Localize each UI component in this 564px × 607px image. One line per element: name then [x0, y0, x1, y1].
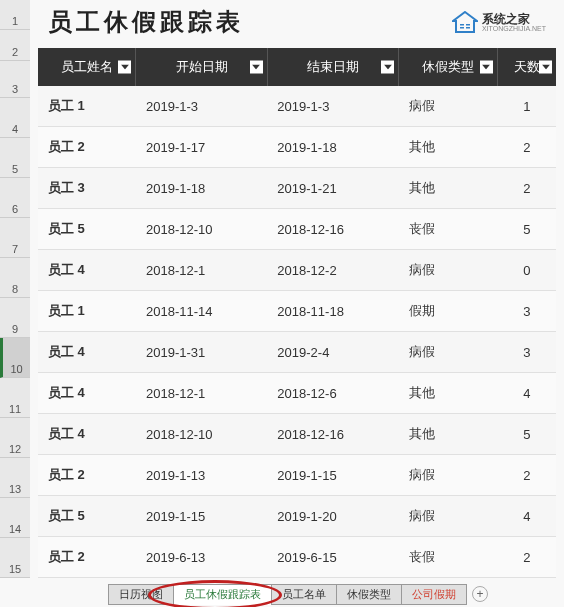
cell-days[interactable]: 1	[497, 86, 556, 127]
row-header-12[interactable]: 12	[0, 418, 30, 458]
sheet-tab[interactable]: 员工名单	[271, 584, 337, 605]
cell-days[interactable]: 3	[497, 332, 556, 373]
cell-name[interactable]: 员工 4	[38, 414, 136, 455]
cell-days[interactable]: 4	[497, 373, 556, 414]
cell-end[interactable]: 2019-1-20	[267, 496, 398, 537]
cell-end[interactable]: 2019-1-3	[267, 86, 398, 127]
row-header-13[interactable]: 13	[0, 458, 30, 498]
filter-dropdown-icon[interactable]	[539, 61, 552, 74]
row-header-1[interactable]: 1	[0, 0, 30, 30]
row-header-11[interactable]: 11	[0, 378, 30, 418]
column-header[interactable]: 员工姓名	[38, 48, 136, 86]
cell-name[interactable]: 员工 2	[38, 127, 136, 168]
cell-type[interactable]: 其他	[399, 373, 498, 414]
cell-end[interactable]: 2018-12-16	[267, 414, 398, 455]
cell-start[interactable]: 2019-1-3	[136, 86, 267, 127]
cell-type[interactable]: 丧假	[399, 209, 498, 250]
column-header[interactable]: 天数	[497, 48, 556, 86]
table-row[interactable]: 员工 12019-1-32019-1-3病假1	[38, 86, 556, 127]
cell-end[interactable]: 2018-12-16	[267, 209, 398, 250]
cell-start[interactable]: 2019-6-13	[136, 537, 267, 578]
filter-dropdown-icon[interactable]	[250, 61, 263, 74]
cell-days[interactable]: 5	[497, 414, 556, 455]
cell-start[interactable]: 2019-1-15	[136, 496, 267, 537]
cell-type[interactable]: 病假	[399, 86, 498, 127]
cell-type[interactable]: 病假	[399, 496, 498, 537]
row-header-15[interactable]: 15	[0, 538, 30, 578]
cell-type[interactable]: 病假	[399, 332, 498, 373]
table-row[interactable]: 员工 42018-12-102018-12-16其他5	[38, 414, 556, 455]
cell-start[interactable]: 2018-12-10	[136, 209, 267, 250]
table-row[interactable]: 员工 52019-1-152019-1-20病假4	[38, 496, 556, 537]
filter-dropdown-icon[interactable]	[480, 61, 493, 74]
cell-start[interactable]: 2019-1-17	[136, 127, 267, 168]
cell-type[interactable]: 病假	[399, 250, 498, 291]
cell-end[interactable]: 2019-2-4	[267, 332, 398, 373]
sheet-tab[interactable]: 休假类型	[336, 584, 402, 605]
cell-end[interactable]: 2018-11-18	[267, 291, 398, 332]
cell-name[interactable]: 员工 5	[38, 209, 136, 250]
sheet-tab[interactable]: 公司假期	[401, 584, 467, 605]
row-header-8[interactable]: 8	[0, 258, 30, 298]
sheet-tab[interactable]: 日历视图	[108, 584, 174, 605]
cell-name[interactable]: 员工 4	[38, 373, 136, 414]
cell-days[interactable]: 5	[497, 209, 556, 250]
table-row[interactable]: 员工 22019-1-172019-1-18其他2	[38, 127, 556, 168]
cell-type[interactable]: 其他	[399, 168, 498, 209]
column-header[interactable]: 开始日期	[136, 48, 267, 86]
table-row[interactable]: 员工 42018-12-12018-12-2病假0	[38, 250, 556, 291]
add-sheet-button[interactable]: +	[472, 586, 488, 602]
row-header-14[interactable]: 14	[0, 498, 30, 538]
cell-end[interactable]: 2018-12-6	[267, 373, 398, 414]
cell-name[interactable]: 员工 1	[38, 291, 136, 332]
cell-end[interactable]: 2019-1-18	[267, 127, 398, 168]
cell-name[interactable]: 员工 2	[38, 455, 136, 496]
cell-name[interactable]: 员工 4	[38, 332, 136, 373]
cell-end[interactable]: 2019-6-15	[267, 537, 398, 578]
row-header-3[interactable]: 3	[0, 61, 30, 98]
cell-name[interactable]: 员工 5	[38, 496, 136, 537]
cell-days[interactable]: 4	[497, 496, 556, 537]
cell-start[interactable]: 2019-1-31	[136, 332, 267, 373]
cell-start[interactable]: 2018-12-1	[136, 373, 267, 414]
column-header[interactable]: 结束日期	[267, 48, 398, 86]
filter-dropdown-icon[interactable]	[118, 61, 131, 74]
cell-days[interactable]: 3	[497, 291, 556, 332]
cell-name[interactable]: 员工 2	[38, 537, 136, 578]
cell-end[interactable]: 2019-1-15	[267, 455, 398, 496]
cell-name[interactable]: 员工 1	[38, 86, 136, 127]
table-row[interactable]: 员工 22019-6-132019-6-15丧假2	[38, 537, 556, 578]
row-header-5[interactable]: 5	[0, 138, 30, 178]
table-row[interactable]: 员工 42019-1-312019-2-4病假3	[38, 332, 556, 373]
sheet-tab[interactable]: 员工休假跟踪表	[173, 584, 272, 605]
cell-type[interactable]: 其他	[399, 414, 498, 455]
filter-dropdown-icon[interactable]	[381, 61, 394, 74]
cell-start[interactable]: 2018-12-1	[136, 250, 267, 291]
cell-days[interactable]: 2	[497, 168, 556, 209]
row-header-7[interactable]: 7	[0, 218, 30, 258]
row-header-6[interactable]: 6	[0, 178, 30, 218]
table-row[interactable]: 员工 22019-1-132019-1-15病假2	[38, 455, 556, 496]
cell-type[interactable]: 丧假	[399, 537, 498, 578]
cell-days[interactable]: 0	[497, 250, 556, 291]
cell-days[interactable]: 2	[497, 537, 556, 578]
table-row[interactable]: 员工 32019-1-182019-1-21其他2	[38, 168, 556, 209]
cell-start[interactable]: 2019-1-13	[136, 455, 267, 496]
row-header-4[interactable]: 4	[0, 98, 30, 138]
cell-start[interactable]: 2019-1-18	[136, 168, 267, 209]
row-header-2[interactable]: 2	[0, 30, 30, 61]
row-header-10[interactable]: 10	[0, 338, 30, 378]
cell-name[interactable]: 员工 4	[38, 250, 136, 291]
table-row[interactable]: 员工 52018-12-102018-12-16丧假5	[38, 209, 556, 250]
cell-type[interactable]: 假期	[399, 291, 498, 332]
column-header[interactable]: 休假类型	[399, 48, 498, 86]
cell-end[interactable]: 2018-12-2	[267, 250, 398, 291]
cell-days[interactable]: 2	[497, 455, 556, 496]
table-row[interactable]: 员工 42018-12-12018-12-6其他4	[38, 373, 556, 414]
cell-days[interactable]: 2	[497, 127, 556, 168]
row-header-9[interactable]: 9	[0, 298, 30, 338]
cell-start[interactable]: 2018-11-14	[136, 291, 267, 332]
cell-type[interactable]: 其他	[399, 127, 498, 168]
cell-start[interactable]: 2018-12-10	[136, 414, 267, 455]
cell-end[interactable]: 2019-1-21	[267, 168, 398, 209]
